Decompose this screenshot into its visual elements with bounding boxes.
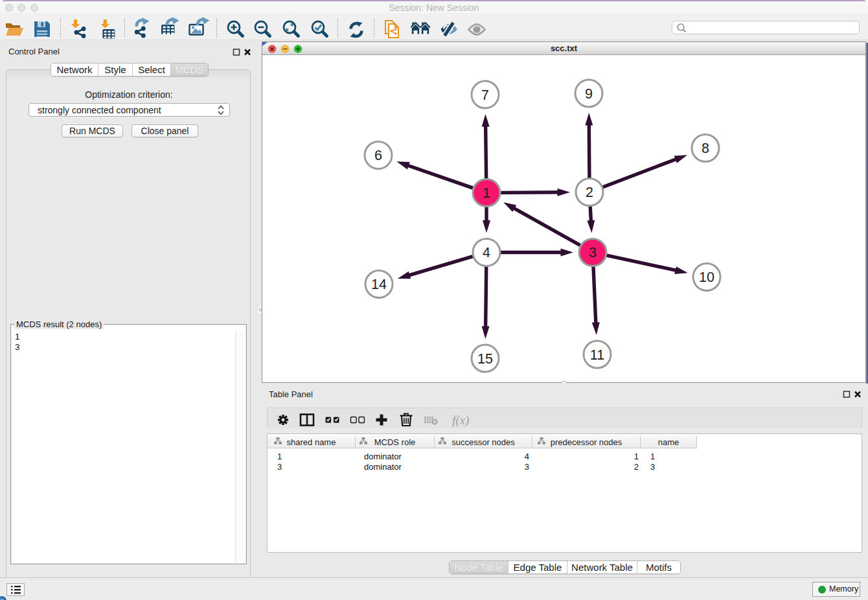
svg-text:11: 11 bbox=[590, 347, 604, 363]
svg-text:6: 6 bbox=[374, 148, 382, 163]
svg-text:14: 14 bbox=[371, 277, 387, 292]
svg-text:4: 4 bbox=[483, 245, 490, 260]
svg-text:f(x): f(x) bbox=[452, 413, 469, 428]
svg-text:3: 3 bbox=[589, 245, 597, 260]
svg-text:10: 10 bbox=[699, 270, 714, 285]
svg-text:2: 2 bbox=[586, 185, 593, 200]
svg-text:15: 15 bbox=[477, 351, 493, 367]
svg-text:8: 8 bbox=[702, 141, 709, 156]
svg-text:1: 1 bbox=[483, 185, 490, 201]
svg-text:7: 7 bbox=[481, 87, 489, 103]
svg-text:9: 9 bbox=[585, 86, 593, 102]
